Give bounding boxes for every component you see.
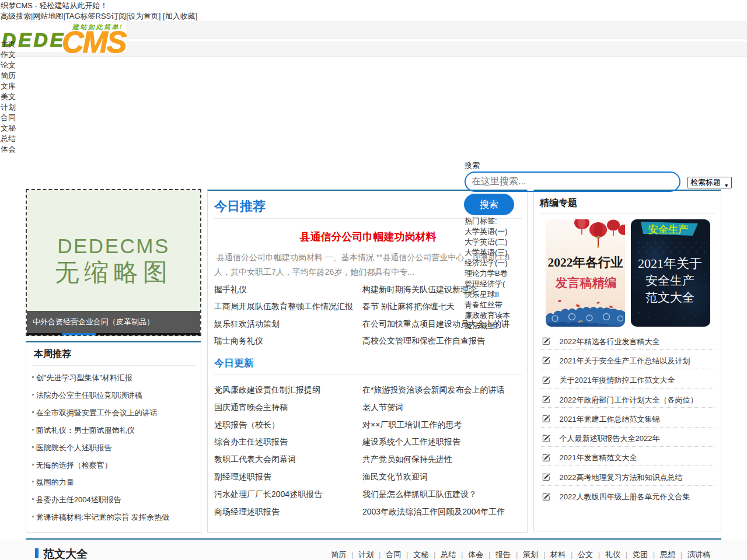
svg-text:发言稿精编: 发言稿精编 xyxy=(555,276,617,290)
svg-text:安全生产: 安全生产 xyxy=(648,224,688,235)
svg-text:2021年关于: 2021年关于 xyxy=(638,256,702,271)
svg-text:安全生产: 安全生产 xyxy=(645,274,694,288)
svg-text:2022年各行业: 2022年各行业 xyxy=(548,256,624,270)
svg-text:范文大全: 范文大全 xyxy=(645,290,694,304)
